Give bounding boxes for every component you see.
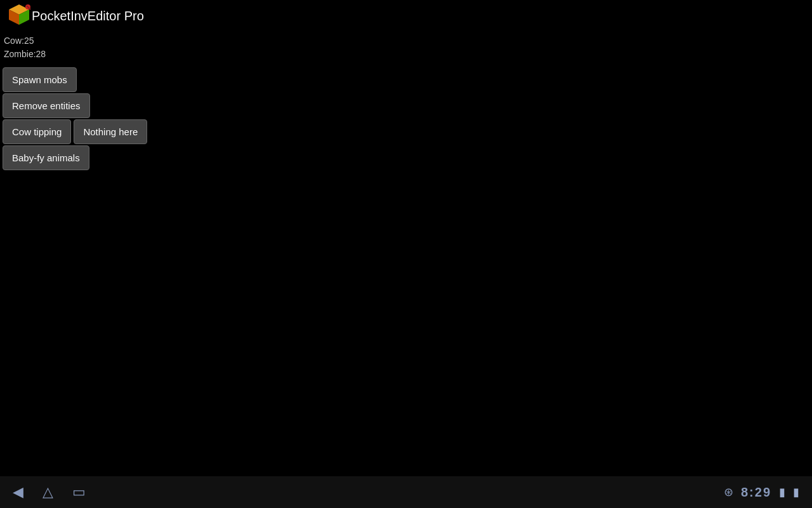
nav-right: ⊛ 8:29 ▮ ▮ — [724, 485, 799, 500]
cow-row: Cow tipping Nothing here — [3, 119, 809, 144]
clock-display: 8:29 — [741, 485, 771, 500]
wifi-icon: ⊛ — [724, 485, 733, 499]
spawn-row: Spawn mobs — [3, 67, 809, 92]
spawn-mobs-button[interactable]: Spawn mobs — [3, 67, 77, 92]
cow-count: Cow:25 — [4, 34, 808, 48]
back-button[interactable]: ◀ — [13, 484, 23, 500]
battery-indicator: ▮ — [793, 485, 799, 499]
entity-counts: Cow:25 Zombie:28 — [0, 32, 812, 64]
app-title: PocketInvEditor Pro — [32, 9, 144, 23]
baby-row: Baby-fy animals — [3, 145, 809, 170]
home-button[interactable]: △ — [43, 484, 53, 500]
cow-tipping-button[interactable]: Cow tipping — [3, 119, 71, 144]
app-icon — [6, 2, 32, 30]
recents-button[interactable]: ▭ — [72, 484, 86, 500]
buttons-area: Spawn mobs Remove entities Cow tipping N… — [0, 64, 812, 174]
remove-row: Remove entities — [3, 93, 809, 118]
remove-entities-button[interactable]: Remove entities — [3, 93, 90, 118]
baby-fy-animals-button[interactable]: Baby-fy animals — [3, 145, 89, 170]
nav-left: ◀ △ ▭ — [13, 484, 86, 500]
nothing-here-button[interactable]: Nothing here — [74, 119, 147, 144]
bottom-nav: ◀ △ ▭ ⊛ 8:29 ▮ ▮ — [0, 476, 812, 508]
battery-icon: ▮ — [779, 485, 785, 499]
zombie-count: Zombie:28 — [4, 48, 808, 61]
header: PocketInvEditor Pro — [0, 0, 812, 32]
